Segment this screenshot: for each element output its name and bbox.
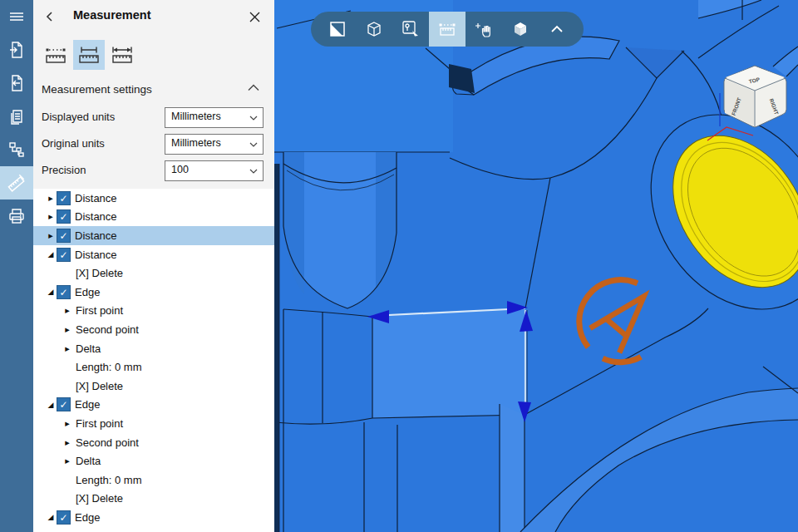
tree-row[interactable]: ▸✓Distance: [33, 189, 274, 208]
tree-item-label: Edge: [75, 286, 100, 298]
tree-item-label: First point: [76, 304, 123, 317]
tree-row[interactable]: ▸First point: [33, 414, 274, 433]
tree-row[interactable]: ▸Delta: [33, 451, 274, 470]
3d-viewport[interactable]: TOP FRONT RIGHT: [274, 0, 798, 532]
structure-button[interactable]: [0, 133, 33, 166]
measure-icon: [6, 172, 27, 194]
solid-cube-button[interactable]: [502, 12, 539, 47]
tree-item-label: Second point: [76, 323, 139, 336]
tree-row[interactable]: [X] Delete: [33, 264, 274, 283]
tree-item-label: Length: 0 mm: [76, 474, 142, 486]
visibility-checkbox[interactable]: ✓: [57, 229, 71, 243]
page-title: Measurement: [73, 8, 150, 22]
visibility-checkbox[interactable]: ✓: [57, 397, 71, 411]
caret-expanded-icon[interactable]: ◢: [47, 401, 55, 409]
caret-collapsed-icon[interactable]: ▸: [63, 418, 71, 429]
tree-row[interactable]: ▸First point: [33, 302, 274, 321]
tree-row[interactable]: ◢✓Edge: [33, 396, 274, 415]
tree-row[interactable]: ▸Second point: [33, 320, 274, 339]
tree-row[interactable]: [X] Delete: [33, 377, 274, 396]
tree-row[interactable]: ◢✓Edge: [33, 283, 274, 302]
app-sidebar: [0, 0, 33, 532]
tree-row[interactable]: Length: 0 mm: [33, 470, 274, 490]
clip-plane-button[interactable]: [319, 12, 356, 47]
measure-ruler-button[interactable]: [429, 12, 466, 47]
tree-item-label: Edge: [75, 511, 100, 524]
caret-expanded-icon[interactable]: ◢: [47, 250, 55, 259]
print-icon: [7, 206, 27, 226]
tree-row[interactable]: Length: 0 mm: [33, 357, 274, 377]
close-icon: [249, 12, 260, 22]
measure-tool-button[interactable]: [0, 166, 33, 200]
tree-row[interactable]: [X] Delete: [33, 490, 274, 509]
tree-item-label: Distance: [75, 229, 117, 242]
distance-between-measure-button[interactable]: [106, 40, 138, 70]
export-file-icon: [7, 73, 27, 93]
tree-item-label: Delta: [76, 455, 101, 467]
tree-row[interactable]: ▸✓Distance: [33, 226, 274, 245]
menu-button[interactable]: [0, 0, 33, 33]
caret-collapsed-icon[interactable]: ▸: [47, 211, 55, 222]
caret-collapsed-icon[interactable]: ▸: [63, 324, 71, 335]
displayed-units-dropdown[interactable]: Millimeters: [165, 107, 264, 128]
tree-row[interactable]: ▸Delta: [33, 339, 274, 358]
caret-collapsed-icon[interactable]: ▸: [63, 343, 71, 354]
measured-face: [372, 309, 525, 418]
view-toolbar: [311, 12, 584, 47]
tree-row[interactable]: ▸✓Distance: [33, 208, 274, 227]
measurement-tree: ▸✓Distance▸✓Distance▸✓Distance◢✓Distance…: [33, 189, 274, 532]
caret-expanded-icon[interactable]: ◢: [47, 513, 55, 521]
tree-row[interactable]: ◢✓Distance: [33, 245, 274, 264]
measure-type-toolbar: [40, 40, 138, 70]
collapse-toolbar-button[interactable]: [539, 12, 575, 47]
tree-item-label: Distance: [75, 249, 117, 261]
menu-icon: [7, 7, 27, 27]
visibility-checkbox[interactable]: ✓: [57, 285, 71, 299]
tree-item-label: [X] Delete: [76, 267, 123, 279]
print-button[interactable]: [0, 200, 33, 233]
caret-collapsed-icon[interactable]: ▸: [47, 193, 55, 204]
application-window: TOP FRONT RIGHT: [0, 0, 798, 532]
point-to-point-measure-button[interactable]: [40, 40, 71, 70]
collapse-section-button[interactable]: [248, 84, 259, 91]
displayed-units-value: Millimeters: [171, 111, 221, 122]
report-button[interactable]: [0, 100, 33, 133]
box-select-button[interactable]: [392, 12, 429, 47]
original-units-dropdown[interactable]: Millimeters: [165, 134, 264, 155]
precision-label: Precision: [42, 160, 86, 180]
point-to-point-icon: [41, 41, 71, 69]
tree-item-label: Distance: [75, 192, 117, 204]
chevron-up-icon: [248, 84, 259, 91]
edge-measure-button[interactable]: [73, 40, 105, 70]
chevron-left-icon: [44, 11, 56, 22]
tree-item-label: Distance: [75, 210, 117, 223]
import-file-button[interactable]: [0, 33, 33, 66]
tree-row[interactable]: ◢✓Edge: [33, 508, 274, 527]
visibility-checkbox[interactable]: ✓: [57, 209, 71, 224]
chevron-down-icon: [249, 142, 258, 147]
caret-collapsed-icon[interactable]: ▸: [63, 305, 71, 316]
close-button[interactable]: [244, 7, 264, 27]
visibility-checkbox[interactable]: ✓: [57, 191, 71, 205]
structure-icon: [7, 140, 27, 160]
precision-dropdown[interactable]: 100: [165, 160, 264, 181]
back-button[interactable]: [40, 7, 60, 27]
wireframe-cube-button[interactable]: [356, 12, 392, 47]
import-file-icon: [7, 40, 27, 60]
export-file-button[interactable]: [0, 66, 33, 100]
pan-hand-button[interactable]: [466, 12, 502, 47]
original-units-value: Millimeters: [171, 137, 221, 149]
tree-item-label: Second point: [76, 436, 139, 449]
visibility-checkbox[interactable]: ✓: [57, 248, 71, 262]
tree-item-label: First point: [76, 417, 123, 430]
tree-row[interactable]: ▸Second point: [33, 433, 274, 452]
tree-item-label: [X] Delete: [76, 492, 123, 505]
distance-between-icon: [107, 41, 137, 69]
visibility-checkbox[interactable]: ✓: [57, 510, 71, 525]
caret-collapsed-icon[interactable]: ▸: [63, 437, 71, 448]
caret-collapsed-icon[interactable]: ▸: [47, 230, 55, 241]
tree-item-label: Edge: [75, 398, 100, 411]
panel-header: Measurement: [33, 0, 274, 33]
caret-expanded-icon[interactable]: ◢: [47, 288, 55, 296]
caret-collapsed-icon[interactable]: ▸: [63, 456, 71, 466]
